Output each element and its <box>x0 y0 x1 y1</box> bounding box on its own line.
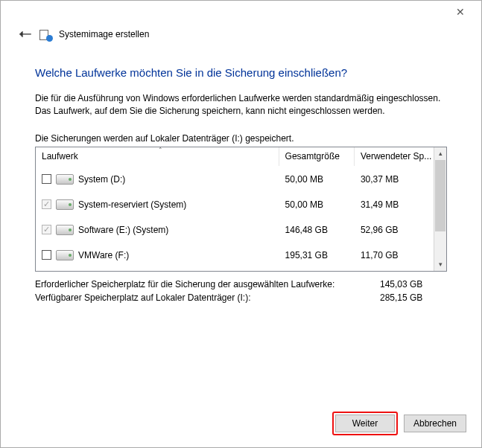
titlebar: ✕ <box>1 1 481 23</box>
cell-used: 31,49 MB <box>355 199 434 210</box>
drive-checkbox[interactable] <box>42 250 51 260</box>
page-heading: Welche Laufwerke möchten Sie in die Sich… <box>35 66 447 79</box>
scroll-up-icon[interactable]: ▴ <box>434 147 446 160</box>
cell-total: 50,00 MB <box>279 174 355 185</box>
drive-checkbox: ✓ <box>42 225 51 234</box>
footer: Weiter Abbrechen <box>1 407 481 447</box>
cell-total: 195,31 GB <box>279 250 355 260</box>
back-arrow-icon[interactable]: 🠐 <box>19 28 32 41</box>
drive-name: Software (E:) (System) <box>78 225 168 235</box>
drive-name: System (D:) <box>78 174 125 185</box>
cell-drive: ✓Software (E:) (System) <box>36 225 279 235</box>
sort-indicator-icon: ˄ <box>159 147 162 154</box>
column-header-used[interactable]: Verwendeter Sp... <box>355 147 434 166</box>
app-title: Systemimage erstellen <box>59 29 149 39</box>
scroll-down-icon[interactable]: ▾ <box>434 258 446 271</box>
drive-icon <box>56 174 74 185</box>
summary: Erforderlicher Speicherplatz für die Sic… <box>35 278 447 305</box>
table-row[interactable]: ✓System-reserviert (System)50,00 MB31,49… <box>36 192 434 217</box>
summary-required-value: 145,03 GB <box>380 278 447 292</box>
column-header-drive[interactable]: Laufwerk <box>36 147 279 166</box>
table-row[interactable]: System (D:)50,00 MB30,37 MB <box>36 167 434 192</box>
cell-drive: System (D:) <box>36 174 279 185</box>
scroll-thumb[interactable] <box>435 160 445 231</box>
column-header-drive-label: Laufwerk <box>42 151 78 161</box>
drive-checkbox[interactable] <box>42 174 51 184</box>
list-header: ˄ Laufwerk Gesamtgröße Verwendeter Sp... <box>36 147 434 167</box>
wizard-window: ✕ 🠐 Systemimage erstellen Welche Laufwer… <box>0 0 482 448</box>
content-area: Welche Laufwerke möchten Sie in die Sich… <box>1 50 481 407</box>
page-description: Die für die Ausführung von Windows erfor… <box>35 92 447 118</box>
cell-used: 11,70 GB <box>355 250 434 260</box>
next-button[interactable]: Weiter <box>335 415 395 432</box>
header-row: 🠐 Systemimage erstellen <box>1 23 481 50</box>
scrollbar[interactable]: ▴ ▾ <box>434 147 446 271</box>
column-header-total[interactable]: Gesamtgröße <box>279 147 355 166</box>
drive-name: System-reserviert (System) <box>78 199 186 210</box>
drive-icon <box>56 250 74 260</box>
cell-used: 30,37 MB <box>355 174 434 185</box>
cell-total: 50,00 MB <box>279 199 355 210</box>
table-row[interactable]: VMWare (F:)195,31 GB11,70 GB <box>36 243 434 268</box>
highlight-next: Weiter <box>332 412 398 435</box>
drive-list: ˄ Laufwerk Gesamtgröße Verwendeter Sp...… <box>35 147 447 272</box>
close-button[interactable]: ✕ <box>445 1 475 22</box>
cell-total: 146,48 GB <box>279 225 355 235</box>
drive-name: VMWare (F:) <box>78 250 129 260</box>
summary-required-label: Erforderlicher Speicherplatz für die Sic… <box>35 278 380 292</box>
column-header-used-label: Verwendeter Sp... <box>361 151 431 161</box>
drive-icon <box>56 199 74 210</box>
summary-available-label: Verfügbarer Speicherplatz auf Lokaler Da… <box>35 291 380 305</box>
drive-checkbox: ✓ <box>42 199 51 209</box>
summary-available-value: 285,15 GB <box>380 291 447 305</box>
app-icon <box>39 28 51 40</box>
cancel-button[interactable]: Abbrechen <box>404 415 466 432</box>
cell-drive: ✓System-reserviert (System) <box>36 199 279 210</box>
cell-drive: VMWare (F:) <box>36 250 279 260</box>
column-header-total-label: Gesamtgröße <box>285 151 340 161</box>
scroll-track[interactable] <box>434 160 446 258</box>
cell-used: 52,96 GB <box>355 225 434 235</box>
drive-icon <box>56 225 74 235</box>
table-row[interactable]: ✓Software (E:) (System)146,48 GB52,96 GB <box>36 217 434 243</box>
save-location-text: Die Sicherungen werden auf Lokaler Daten… <box>35 133 447 144</box>
